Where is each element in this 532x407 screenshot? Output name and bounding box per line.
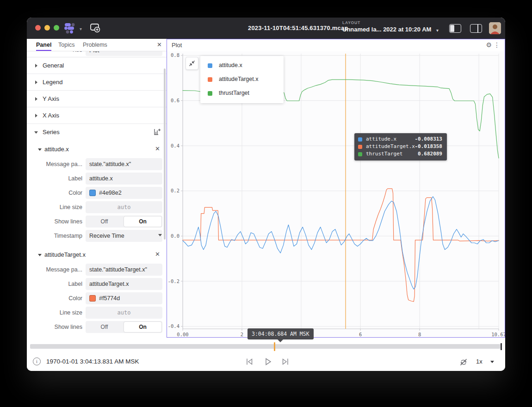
show-lines-on-option[interactable]: On xyxy=(124,322,161,332)
svg-text:0.2: 0.2 xyxy=(171,188,179,193)
timestamp-select[interactable]: Receive Time xyxy=(86,230,162,242)
play-button[interactable] xyxy=(263,357,272,368)
loop-off-icon[interactable] xyxy=(459,358,468,369)
message-path-input[interactable]: state."attitudeTarget.x" xyxy=(86,264,162,276)
seek-bar-row: 3:04:08.684 AM MSK xyxy=(27,338,505,352)
section-legend[interactable]: Legend xyxy=(27,74,167,91)
color-swatch[interactable] xyxy=(89,295,96,302)
close-window-button[interactable] xyxy=(35,25,41,31)
legend-item-attitude-x[interactable]: attitude.x xyxy=(200,59,284,73)
label-input[interactable]: attitude.x xyxy=(86,173,162,185)
field-row-line-size: Line size auto xyxy=(27,200,167,215)
layout-chevron-icon: ▾ xyxy=(436,28,439,33)
remove-series-icon[interactable]: ✕ xyxy=(155,251,160,258)
section-y-axis[interactable]: Y Axis xyxy=(27,91,167,107)
title-field-label: Title xyxy=(72,51,82,53)
panel-title: Plot xyxy=(172,42,182,49)
playback-speed[interactable]: 1x xyxy=(476,358,483,365)
add-series-icon[interactable] xyxy=(154,128,161,137)
app-window: ▾ 2023-11-10T04:51:45.631370.mcap LAYOUT… xyxy=(27,18,505,371)
svg-text:0.00: 0.00 xyxy=(177,332,188,337)
plot-panel-header[interactable]: Plot ⚙ ⋮ xyxy=(167,39,505,51)
field-row-label: Label attitude.x xyxy=(27,172,167,186)
layout-label: LAYOUT xyxy=(342,20,431,25)
layout-menu-button[interactable]: LAYOUT Unnamed la... 2022 at 10:20 AM ▾ xyxy=(342,20,431,33)
foxglove-logo-icon[interactable] xyxy=(64,22,78,36)
field-row-timestamp: Timestamp Receive Time xyxy=(27,229,167,243)
svg-text:-0.2: -0.2 xyxy=(168,278,179,284)
field-row-show-lines: Show lines Off On xyxy=(27,215,167,229)
chevron-down-icon xyxy=(38,148,42,151)
color-input[interactable]: #f5774d xyxy=(86,292,162,304)
series-header-attitude-x[interactable]: attitude.x ✕ xyxy=(27,142,167,157)
plot-legend: attitude.x attitudeTarget.x thrustTarget xyxy=(200,56,284,103)
legend-item-attitude-target-x[interactable]: attitudeTarget.x xyxy=(200,73,284,86)
tab-problems[interactable]: Problems xyxy=(83,39,107,51)
chevron-right-icon xyxy=(35,97,37,101)
svg-text:0.6: 0.6 xyxy=(171,98,179,103)
speed-chevron-icon[interactable] xyxy=(490,361,494,363)
color-input[interactable]: #4e98e2 xyxy=(86,187,162,199)
field-row-show-lines: Show lines Off On xyxy=(27,320,167,334)
label-input[interactable]: attitudeTarget.x xyxy=(86,278,162,290)
layout-name: Unnamed la... 2022 at 10:20 AM xyxy=(342,26,431,33)
remove-series-icon[interactable]: ✕ xyxy=(155,145,160,152)
legend-swatch[interactable] xyxy=(208,91,212,96)
section-x-axis[interactable]: X Axis xyxy=(27,107,167,124)
left-sidebar-toggle-icon[interactable] xyxy=(449,24,461,33)
chevron-right-icon xyxy=(35,114,37,117)
show-lines-toggle[interactable]: Off On xyxy=(86,216,162,228)
add-panel-button[interactable] xyxy=(90,23,101,35)
section-series[interactable]: Series xyxy=(27,124,167,142)
plot-hover-tooltip: attitude.x -0.008313 attitudeTarget.x -0… xyxy=(354,133,447,160)
section-general[interactable]: General xyxy=(27,57,167,74)
plot-panel[interactable]: Plot ⚙ ⋮ 0.80.60.40.20.0-0.2-0.40.002468… xyxy=(167,39,505,338)
seek-bar-track[interactable] xyxy=(30,344,502,349)
field-row-line-size: Line size auto xyxy=(27,306,167,320)
playback-control-bar: i 1970-01-01 3:04:13.831 AM MSK xyxy=(27,352,505,371)
tooltip-swatch xyxy=(358,145,362,149)
show-lines-off-option[interactable]: Off xyxy=(86,321,123,333)
right-sidebar-toggle-icon[interactable] xyxy=(470,24,482,33)
tooltip-swatch xyxy=(358,152,362,156)
user-avatar[interactable] xyxy=(489,22,501,34)
series-header-attitude-target-x[interactable]: attitudeTarget.x ✕ xyxy=(27,247,167,263)
legend-swatch[interactable] xyxy=(208,63,212,68)
seek-playhead-marker[interactable] xyxy=(274,342,275,351)
minimize-window-button[interactable] xyxy=(44,25,50,31)
sidebar-close-icon[interactable]: ✕ xyxy=(157,41,162,48)
legend-swatch[interactable] xyxy=(208,77,212,82)
field-row-message-path: Message pa... state."attitudeTarget.x" xyxy=(27,263,167,277)
field-row-message-path: Message pa... state."attitude.x" xyxy=(27,157,167,172)
tab-panel[interactable]: Panel xyxy=(36,39,51,51)
svg-text:10.67: 10.67 xyxy=(491,332,505,337)
legend-item-thrust-target[interactable]: thrustTarget xyxy=(200,86,284,100)
chevron-down-icon xyxy=(34,131,38,134)
svg-text:0.8: 0.8 xyxy=(171,52,179,58)
chevron-right-icon xyxy=(35,64,37,68)
message-path-input[interactable]: state."attitude.x" xyxy=(86,158,162,170)
line-size-input[interactable]: auto xyxy=(86,201,162,213)
field-row-label: Label attitudeTarget.x xyxy=(27,277,167,291)
maximize-window-button[interactable] xyxy=(54,25,59,31)
clipped-title-row: Title Plot xyxy=(27,51,167,57)
show-lines-toggle[interactable]: Off On xyxy=(86,321,162,333)
panel-menu-kebab-icon[interactable]: ⋮ xyxy=(494,41,500,49)
desktop-background: ▾ 2023-11-10T04:51:45.631370.mcap LAYOUT… xyxy=(0,0,532,407)
tab-topics[interactable]: Topics xyxy=(58,39,74,51)
color-swatch[interactable] xyxy=(89,190,96,196)
show-lines-on-option[interactable]: On xyxy=(124,216,161,227)
panel-settings-gear-icon[interactable]: ⚙ xyxy=(486,41,492,49)
seek-forward-button[interactable] xyxy=(281,357,290,368)
tooltip-row: attitude.x -0.008313 xyxy=(358,136,443,143)
sidebar-scrollbar[interactable] xyxy=(164,68,166,240)
app-menu-chevron-icon[interactable]: ▾ xyxy=(80,26,82,31)
show-lines-off-option[interactable]: Off xyxy=(86,216,123,228)
svg-text:8: 8 xyxy=(418,332,421,337)
data-source-info-icon[interactable]: i xyxy=(33,358,41,365)
line-size-input[interactable]: auto xyxy=(86,307,162,319)
seek-backward-button[interactable] xyxy=(245,357,254,368)
title-field-input[interactable]: Plot xyxy=(86,51,162,56)
field-row-color: Color #4e98e2 xyxy=(27,186,167,200)
legend-collapse-button[interactable] xyxy=(186,57,198,70)
